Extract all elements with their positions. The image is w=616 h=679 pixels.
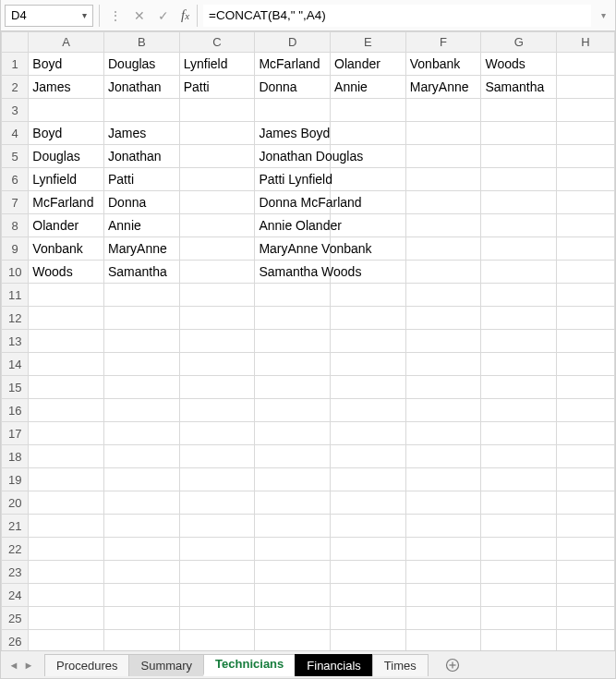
cell[interactable]	[255, 515, 331, 538]
cell[interactable]	[255, 399, 331, 422]
cell[interactable]	[331, 468, 406, 491]
cell[interactable]: Olander	[331, 53, 406, 76]
tab-nav-next-icon[interactable]: ►	[21, 655, 36, 675]
row-header[interactable]: 7	[2, 191, 29, 214]
cell[interactable]: Annie	[331, 76, 406, 99]
cell[interactable]	[481, 584, 557, 607]
cell[interactable]	[29, 353, 104, 376]
cell[interactable]	[557, 538, 615, 561]
cell[interactable]: Douglas	[29, 145, 104, 168]
cell[interactable]	[255, 99, 331, 122]
cell[interactable]	[481, 376, 557, 399]
cell[interactable]	[179, 376, 255, 399]
cell[interactable]	[557, 191, 615, 214]
cell[interactable]	[104, 353, 180, 376]
cell[interactable]: MaryAnne Vonbank	[255, 237, 331, 261]
cell[interactable]: Olander	[29, 214, 104, 237]
cell[interactable]	[179, 538, 255, 561]
name-box[interactable]: D4 ▾	[5, 5, 93, 27]
col-header[interactable]: E	[331, 32, 406, 53]
col-header[interactable]: D	[255, 32, 331, 53]
cell[interactable]: Jonathan	[104, 76, 180, 99]
cell[interactable]	[331, 607, 406, 630]
cell[interactable]	[255, 584, 331, 607]
cell[interactable]	[179, 515, 255, 538]
cell[interactable]	[29, 330, 104, 353]
formula-input[interactable]: =CONCAT(B4," ",A4)	[203, 5, 591, 27]
cell[interactable]	[405, 122, 481, 145]
col-header[interactable]: G	[481, 32, 557, 53]
cell[interactable]	[405, 284, 481, 307]
cell[interactable]	[481, 399, 557, 422]
cell[interactable]	[557, 491, 615, 515]
cell[interactable]	[405, 399, 481, 422]
tab-summary[interactable]: Summary	[128, 654, 204, 676]
cell[interactable]	[29, 538, 104, 561]
cell[interactable]	[481, 99, 557, 122]
cell[interactable]	[405, 376, 481, 399]
cell[interactable]	[481, 630, 557, 651]
cell[interactable]	[331, 284, 406, 307]
cell[interactable]	[481, 468, 557, 491]
cell[interactable]	[481, 122, 557, 145]
cell[interactable]	[557, 261, 615, 284]
cell[interactable]	[179, 145, 255, 168]
row-header[interactable]: 22	[2, 538, 29, 561]
cell[interactable]: Annie Olander	[255, 214, 331, 237]
cell[interactable]: Lynfield	[29, 168, 104, 191]
cell[interactable]	[481, 168, 557, 191]
cell[interactable]	[104, 307, 180, 330]
cell[interactable]	[405, 237, 481, 261]
cell[interactable]	[405, 261, 481, 284]
tab-times[interactable]: Times	[372, 654, 429, 676]
cell[interactable]	[557, 376, 615, 399]
cell[interactable]: Patti Lynfield	[255, 168, 331, 191]
cell[interactable]	[104, 630, 180, 651]
cell[interactable]	[405, 307, 481, 330]
cell[interactable]	[481, 445, 557, 468]
cell[interactable]	[179, 630, 255, 651]
row-header[interactable]: 2	[2, 76, 29, 99]
cell[interactable]	[331, 630, 406, 651]
cell[interactable]	[29, 422, 104, 445]
cell[interactable]	[405, 99, 481, 122]
cell[interactable]: Douglas	[104, 53, 180, 76]
cell[interactable]	[29, 491, 104, 515]
cell[interactable]	[179, 307, 255, 330]
row-header[interactable]: 25	[2, 607, 29, 630]
cell[interactable]	[104, 491, 180, 515]
cell[interactable]	[29, 561, 104, 584]
tab-procedures[interactable]: Procedures	[44, 654, 129, 676]
cell[interactable]: MaryAnne	[405, 76, 481, 99]
fx-icon[interactable]: fx	[181, 7, 189, 23]
cell[interactable]	[331, 353, 406, 376]
cell[interactable]	[255, 422, 331, 445]
cell[interactable]	[557, 353, 615, 376]
cell[interactable]: Woods	[481, 53, 557, 76]
cell[interactable]	[331, 376, 406, 399]
cell[interactable]	[29, 307, 104, 330]
col-header[interactable]: B	[104, 32, 180, 53]
cell[interactable]	[405, 191, 481, 214]
row-header[interactable]: 17	[2, 422, 29, 445]
row-header[interactable]: 10	[2, 261, 29, 284]
cell[interactable]: Samantha Woods	[255, 261, 331, 284]
cell[interactable]	[255, 491, 331, 515]
tab-technicians[interactable]: Technicians	[203, 654, 296, 676]
cell[interactable]	[255, 307, 331, 330]
row-header[interactable]: 23	[2, 561, 29, 584]
cell[interactable]	[557, 99, 615, 122]
cell[interactable]	[104, 376, 180, 399]
cell[interactable]: James Boyd	[255, 122, 331, 145]
cell[interactable]	[104, 607, 180, 630]
cell[interactable]	[255, 630, 331, 651]
cell[interactable]	[104, 561, 180, 584]
cell[interactable]	[481, 237, 557, 261]
cell[interactable]	[405, 330, 481, 353]
cell[interactable]: Annie	[104, 214, 180, 237]
cell[interactable]	[481, 191, 557, 214]
cell[interactable]	[405, 353, 481, 376]
cell[interactable]: MaryAnne	[104, 237, 180, 261]
row-header[interactable]: 14	[2, 353, 29, 376]
cell[interactable]	[255, 330, 331, 353]
